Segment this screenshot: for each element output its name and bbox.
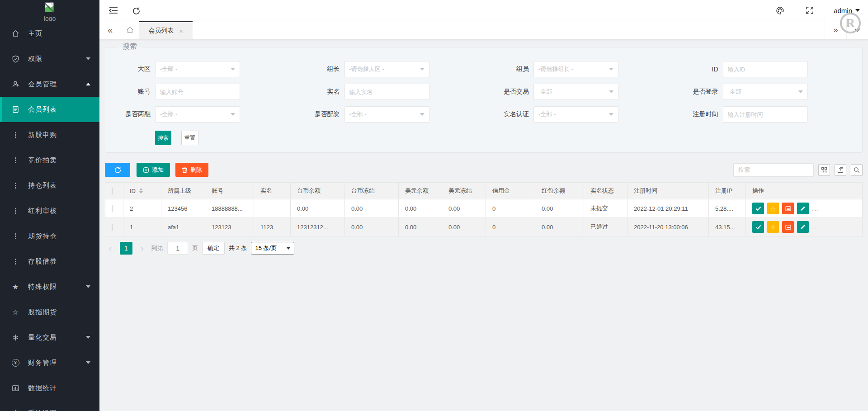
dots-vertical-icon xyxy=(11,157,20,163)
sidebar-item-positions[interactable]: 持仓列表 xyxy=(0,173,99,198)
avatar[interactable]: R xyxy=(840,13,861,33)
sidebar-item-label: 会员管理 xyxy=(28,80,86,89)
chart-icon xyxy=(11,384,20,392)
member-select[interactable]: -请选择组长 - xyxy=(533,61,618,77)
sidebar-item-special-permissions[interactable]: ★ 特殊权限 xyxy=(0,274,99,299)
field-id: ID xyxy=(673,61,863,77)
star-filled-icon: ★ xyxy=(11,283,20,291)
leader-select[interactable]: -请选择大区 - xyxy=(344,61,429,77)
sidebar-item-auction[interactable]: 竞价拍卖 xyxy=(0,147,99,173)
theme-palette-icon[interactable] xyxy=(774,5,786,16)
reset-button[interactable]: 重置 xyxy=(181,131,198,145)
page-size-select[interactable]: 15 条/页 xyxy=(251,242,294,255)
select-placeholder: -请选择大区 - xyxy=(349,65,384,73)
header-kyc-status: 实名状态 xyxy=(584,183,627,199)
header-twd-frozen: 台币冻结 xyxy=(345,183,399,199)
sidebar-item-home[interactable]: 主页 xyxy=(0,21,99,46)
select-placeholder: -全部 - xyxy=(538,110,556,118)
realname-input[interactable] xyxy=(344,84,429,100)
sidebar-item-stock-lending[interactable]: 存股借券 xyxy=(0,249,99,274)
id-input[interactable] xyxy=(723,61,808,77)
sidebar-item-label: 权限 xyxy=(28,55,86,63)
refresh-table-button[interactable] xyxy=(105,163,130,177)
collapse-menu-icon[interactable] xyxy=(108,5,119,16)
select-all-checkbox[interactable] xyxy=(112,187,113,195)
field-label: 注册时间 xyxy=(673,110,723,118)
tabs-scroll-left-button[interactable]: « xyxy=(99,21,121,39)
sidebar-item-label: 主页 xyxy=(28,29,90,38)
field-leader: 组长 -请选择大区 - xyxy=(295,61,484,77)
search-toggle-icon[interactable] xyxy=(851,164,863,176)
delete-button[interactable]: 删除 xyxy=(175,163,208,177)
header-checkbox-cell xyxy=(105,183,123,199)
select-placeholder: -请选择组长 - xyxy=(538,65,573,73)
sidebar-item-futures-positions[interactable]: 期货持仓 xyxy=(0,223,99,249)
funding-select[interactable]: -全部 - xyxy=(344,106,429,123)
margin-select[interactable]: -全部 - xyxy=(155,106,240,123)
star-button[interactable]: ☆ xyxy=(767,221,779,233)
wallet-button[interactable] xyxy=(782,203,794,214)
cell-kyc-status: 未提交 xyxy=(584,199,627,218)
region-select[interactable]: -全部 - xyxy=(155,61,240,77)
field-login-status: 是否登录 -全部 - xyxy=(673,84,863,100)
register-time-input[interactable] xyxy=(723,106,808,123)
sidebar-item-label: 竞价拍卖 xyxy=(28,156,90,165)
edit-button[interactable] xyxy=(797,203,809,214)
tab-bar: « 会员列表 × » xyxy=(99,21,868,40)
trade-status-select[interactable]: -全部 - xyxy=(533,84,618,100)
current-page-button[interactable]: 1 xyxy=(120,242,132,255)
account-input[interactable] xyxy=(155,84,240,100)
column-filter-icon[interactable] xyxy=(818,164,830,176)
document-icon xyxy=(11,106,20,113)
field-label: 是否两融 xyxy=(105,110,155,118)
fullscreen-icon[interactable] xyxy=(804,5,816,16)
sidebar-item-finance[interactable]: ¥ 财务管理 xyxy=(0,350,99,375)
sidebar-item-index-futures[interactable]: ☆ 股指期货 xyxy=(0,299,99,325)
sidebar-item-settings[interactable]: 系统设置 xyxy=(0,401,99,411)
sidebar-item-permissions[interactable]: 权限 xyxy=(0,46,99,71)
chevron-down-icon xyxy=(86,285,90,288)
cell-twd-frozen: 0.00 xyxy=(345,218,399,236)
approve-button[interactable] xyxy=(752,221,764,233)
page-size-value: 15 条/页 xyxy=(255,244,277,252)
tab-home[interactable] xyxy=(121,21,139,39)
more-actions[interactable]: ... xyxy=(812,205,820,212)
header-label: ID xyxy=(130,188,136,194)
user-icon xyxy=(11,80,20,88)
header-id[interactable]: ID xyxy=(123,183,161,199)
goto-page-input[interactable] xyxy=(167,242,188,255)
tab-member-list[interactable]: 会员列表 × xyxy=(139,21,193,39)
prev-page-button[interactable]: ‹ xyxy=(105,242,116,255)
add-button[interactable]: 添加 xyxy=(137,163,170,177)
star-button[interactable]: ☆ xyxy=(767,203,779,214)
next-page-button[interactable]: › xyxy=(137,242,147,255)
kyc-select[interactable]: -全部 - xyxy=(533,106,618,123)
export-icon[interactable] xyxy=(835,164,846,176)
sort-icon[interactable] xyxy=(139,188,143,194)
login-status-select[interactable]: -全部 - xyxy=(723,84,808,100)
cell-parent: afa1 xyxy=(161,218,205,236)
sidebar-item-label: 量化交易 xyxy=(28,333,86,342)
tab-close-icon[interactable]: × xyxy=(179,27,184,35)
sidebar-item-member-list[interactable]: 会员列表 xyxy=(0,97,99,122)
edit-button[interactable] xyxy=(797,221,809,233)
sidebar-item-statistics[interactable]: 数据统计 xyxy=(0,375,99,401)
cell-register-ip: 5.28.... xyxy=(709,199,746,218)
more-actions[interactable]: ... xyxy=(812,224,820,231)
header-register-time: 注册时间 xyxy=(627,183,709,199)
field-member: 组员 -请选择组长 - xyxy=(484,61,673,77)
row-checkbox[interactable] xyxy=(112,205,113,213)
sidebar-item-members[interactable]: 会员管理 xyxy=(0,71,99,97)
sidebar-item-dividend-audit[interactable]: 红利审核 xyxy=(0,198,99,223)
sidebar-item-quant-trading[interactable]: 量化交易 xyxy=(0,325,99,350)
chevron-down-icon xyxy=(855,9,860,12)
table-search-input[interactable] xyxy=(733,163,814,177)
approve-button[interactable] xyxy=(752,203,764,214)
sidebar-item-ipo[interactable]: 新股申购 xyxy=(0,122,99,147)
row-checkbox[interactable] xyxy=(112,223,113,231)
search-button[interactable]: 搜索 xyxy=(155,131,171,145)
plus-circle-icon xyxy=(143,167,149,173)
refresh-icon[interactable] xyxy=(130,5,142,16)
wallet-button[interactable] xyxy=(782,221,794,233)
goto-confirm-button[interactable]: 确定 xyxy=(202,242,225,255)
